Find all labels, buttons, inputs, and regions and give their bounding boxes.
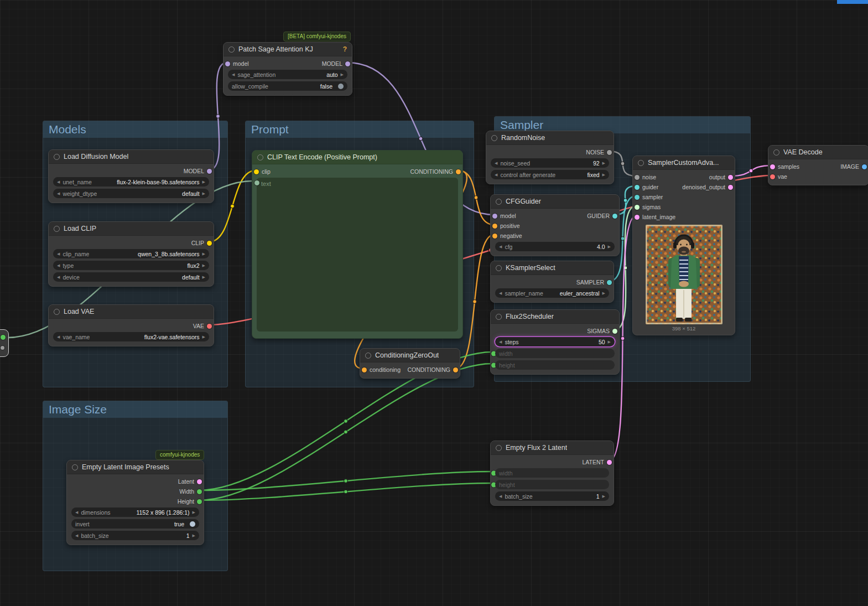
node-load-vae[interactable]: Load VAEVAE◀vae_nameflux2-vae.safetensor… [48, 304, 214, 346]
widget-type[interactable]: ◀typeflux2▶ [53, 261, 209, 270]
collapse-icon[interactable] [496, 314, 502, 320]
input-slot-latent-image[interactable]: latent_image [635, 214, 675, 220]
node-random-noise[interactable]: RandomNoiseNOISE◀noise_seed92▶◀control a… [486, 131, 614, 184]
slot-dot[interactable] [225, 61, 230, 66]
slot-dot[interactable] [207, 324, 212, 329]
collapse-icon[interactable] [54, 226, 60, 232]
output-slot-noise[interactable]: NOISE [586, 149, 612, 156]
decrement-arrow-icon[interactable]: ◀ [495, 161, 497, 165]
output-slot-output[interactable]: output [709, 174, 733, 180]
input-slot-noise[interactable]: noise [635, 174, 656, 180]
collapse-icon[interactable] [496, 199, 502, 205]
node-vae-decode[interactable]: VAE DecodesamplesIMAGEvae [768, 145, 868, 185]
slot-dot[interactable] [607, 280, 612, 285]
slot-dot[interactable] [492, 224, 497, 229]
slot-dot[interactable] [728, 185, 733, 190]
node-flux2-scheduler[interactable]: Flux2SchedulerSIGMAS◀steps50▶widthheight [490, 309, 620, 375]
collapse-icon[interactable] [257, 154, 263, 160]
output-slot-conditioning[interactable]: CONDITIONING [410, 168, 461, 175]
slot-dot[interactable] [635, 205, 640, 210]
decrement-arrow-icon[interactable]: ◀ [499, 245, 502, 248]
increment-arrow-icon[interactable]: ▶ [202, 335, 205, 339]
increment-arrow-icon[interactable]: ▶ [602, 161, 605, 165]
text-input-dot[interactable] [254, 180, 259, 185]
widget-batch-size[interactable]: ◀batch_size1▶ [71, 531, 199, 540]
widget-sage-attention[interactable]: ◀sage_attentionauto▶ [228, 70, 347, 79]
widget-width[interactable]: width [495, 468, 609, 478]
increment-arrow-icon[interactable]: ▶ [193, 534, 195, 537]
input-slot-sigmas[interactable]: sigmas [635, 204, 661, 210]
collapse-icon[interactable] [365, 353, 371, 359]
collapse-icon[interactable] [638, 160, 644, 166]
slot-dot[interactable] [607, 150, 612, 155]
output-slot-model[interactable]: MODEL [184, 168, 212, 174]
widget-sampler-name[interactable]: ◀sampler_nameeuler_ancestral▶ [495, 288, 609, 298]
slot-dot[interactable] [254, 169, 259, 174]
widget-batch-size[interactable]: ◀batch_size1▶ [495, 491, 609, 501]
slot-dot[interactable] [635, 195, 640, 200]
output-slot-guider[interactable]: GUIDER [587, 213, 617, 219]
collapse-icon[interactable] [496, 445, 502, 451]
increment-arrow-icon[interactable]: ▶ [608, 340, 611, 344]
output-slot-latent[interactable]: LATENT [583, 459, 612, 465]
widget-unet-name[interactable]: ◀unet_nameflux-2-klein-base-9b.safetenso… [53, 177, 209, 187]
increment-arrow-icon[interactable]: ▶ [202, 263, 205, 267]
slot-dot[interactable] [728, 175, 733, 180]
widget-steps[interactable]: ◀steps50▶ [495, 337, 615, 346]
slot-dot[interactable] [1, 346, 4, 350]
slot-dot[interactable] [345, 61, 350, 66]
slot-dot[interactable] [207, 169, 212, 174]
output-slot-sigmas[interactable]: SIGMAS [587, 328, 617, 334]
input-slot-model[interactable]: model [492, 213, 516, 219]
slot-dot[interactable] [1, 335, 6, 340]
widget-height[interactable]: height [495, 360, 615, 370]
output-slot-width[interactable]: Width [179, 488, 202, 495]
output-slot-denoised-output[interactable]: denoised_output [682, 184, 733, 190]
output-slot-clip[interactable]: CLIP [191, 240, 212, 246]
widget-dimensions[interactable]: ◀dimensions1152 x 896 (1.286:1)▶ [71, 507, 199, 517]
slot-dot[interactable] [453, 367, 458, 372]
input-slot-guider[interactable]: guider [635, 184, 658, 190]
output-slot-image[interactable]: IMAGE [840, 163, 867, 170]
node-load-diffusion-model[interactable]: Load Diffusion ModelMODEL◀unet_nameflux-… [48, 149, 214, 203]
input-slot-vae[interactable]: vae [770, 173, 787, 180]
input-slot-conditioning[interactable]: conditioning [362, 366, 401, 373]
output-slot-vae[interactable]: VAE [193, 323, 212, 329]
slot-dot[interactable] [207, 241, 212, 246]
slot-dot[interactable] [197, 499, 202, 504]
increment-arrow-icon[interactable]: ▶ [202, 180, 205, 184]
input-slot-clip[interactable]: clip [254, 168, 271, 175]
output-slot-height[interactable]: Height [178, 498, 202, 505]
output-slot-model[interactable]: MODEL [322, 60, 350, 67]
slot-dot[interactable] [612, 329, 617, 334]
decrement-arrow-icon[interactable]: ◀ [499, 340, 502, 344]
slot-dot[interactable] [362, 367, 367, 372]
node-cfg-guider[interactable]: CFGGuidermodelGUIDERpositivenegative◀cfg… [490, 194, 620, 256]
node-ksampler-select[interactable]: KSamplerSelectSAMPLER◀sampler_nameeuler_… [490, 261, 614, 303]
node-empty-latent-image-presets[interactable]: Empty Latent Image PresetsLatentWidthHei… [66, 460, 204, 545]
input-slot-samples[interactable]: samples [770, 163, 799, 170]
widget-clip-name[interactable]: ◀clip_nameqwen_3_8b.safetensors▶ [53, 249, 209, 258]
decrement-arrow-icon[interactable]: ◀ [57, 263, 60, 267]
widget-width[interactable]: width [495, 349, 615, 358]
slot-dot[interactable] [456, 169, 461, 174]
decrement-arrow-icon[interactable]: ◀ [232, 72, 235, 76]
decrement-arrow-icon[interactable]: ◀ [75, 534, 78, 537]
increment-arrow-icon[interactable]: ▶ [602, 494, 605, 498]
slot-dot[interactable] [607, 460, 612, 465]
increment-arrow-icon[interactable]: ▶ [202, 275, 205, 279]
output-slot-sampler[interactable]: SAMPLER [576, 279, 612, 286]
node-empty-flux-2-latent[interactable]: Empty Flux 2 LatentLATENTwidthheight◀bat… [490, 441, 614, 506]
slot-dot[interactable] [635, 175, 640, 180]
decrement-arrow-icon[interactable]: ◀ [75, 510, 78, 514]
slot-dot[interactable] [635, 215, 640, 220]
slot-dot[interactable] [770, 174, 775, 179]
node-patch-sage-attention-kj[interactable]: Patch Sage Attention KJ?modelMODEL◀sage_… [223, 42, 352, 96]
decrement-arrow-icon[interactable]: ◀ [57, 180, 60, 184]
slot-dot[interactable] [492, 214, 497, 219]
widget-control-after-generate[interactable]: ◀control after generatefixed▶ [491, 170, 609, 179]
preview-image[interactable] [646, 225, 723, 324]
collapse-icon[interactable] [54, 309, 60, 315]
help-icon[interactable]: ? [343, 45, 347, 53]
node-sampler-custom-advanced[interactable]: SamplerCustomAdva...noiseoutputguiderden… [632, 156, 735, 335]
